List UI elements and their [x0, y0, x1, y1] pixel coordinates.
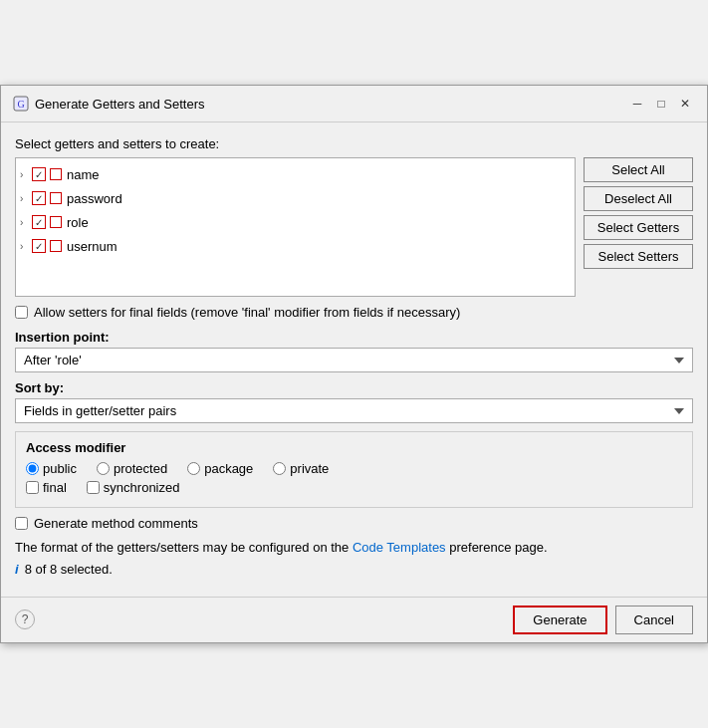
checkbox-name[interactable] — [32, 167, 46, 181]
check-row: final synchronized — [26, 480, 682, 495]
checkbox-usernum[interactable] — [32, 239, 46, 253]
check-final[interactable]: final — [26, 480, 67, 495]
field-icon-usernum — [50, 240, 62, 252]
checkbox-role[interactable] — [32, 215, 46, 229]
dialog-content: Select getters and setters to create: › … — [1, 122, 707, 596]
close-button[interactable]: ✕ — [675, 94, 695, 114]
check-final-input[interactable] — [26, 481, 39, 494]
sort-by-group: Sort by: Fields in getter/setter pairs F… — [15, 380, 693, 423]
dialog-title: Generate Getters and Setters — [35, 97, 205, 112]
title-bar-left: G Generate Getters and Setters — [13, 96, 205, 112]
radio-private[interactable]: private — [273, 461, 329, 476]
generate-comments-label: Generate method comments — [34, 516, 198, 531]
access-modifier-title: Access modifier — [26, 440, 682, 455]
info-line: The format of the getters/setters may be… — [15, 539, 693, 557]
field-name-role: role — [67, 215, 89, 230]
select-getters-button[interactable]: Select Getters — [584, 215, 693, 240]
help-button[interactable]: ? — [15, 609, 35, 629]
insertion-point-dropdown[interactable]: After 'role' First method Last method — [15, 348, 693, 372]
allow-setters-row: Allow setters for final fields (remove '… — [15, 305, 693, 320]
radio-public-label: public — [43, 461, 77, 476]
bottom-bar: ? Generate Cancel — [1, 597, 707, 642]
select-all-button[interactable]: Select All — [584, 157, 693, 182]
check-final-label: final — [43, 480, 67, 495]
radio-private-input[interactable] — [273, 462, 286, 475]
checkbox-password[interactable] — [32, 191, 46, 205]
field-icon-role — [50, 216, 62, 228]
fields-list-box: › name › password › role — [15, 157, 576, 297]
select-setters-button[interactable]: Select Setters — [584, 244, 693, 269]
field-name-password: password — [67, 191, 122, 206]
access-modifier-group: Access modifier public protected package… — [15, 431, 693, 508]
generate-comments-row: Generate method comments — [15, 516, 693, 531]
radio-package-input[interactable] — [187, 462, 200, 475]
bottom-right-buttons: Generate Cancel — [513, 606, 693, 634]
expand-arrow-password: › — [20, 193, 32, 204]
status-row: i 8 of 8 selected. — [15, 562, 693, 577]
field-row-password[interactable]: › password — [16, 186, 575, 210]
allow-setters-checkbox[interactable] — [15, 306, 28, 319]
field-row-role[interactable]: › role — [16, 210, 575, 234]
field-row-usernum[interactable]: › usernum — [16, 234, 575, 258]
title-bar-controls: ─ □ ✕ — [627, 94, 695, 114]
insertion-point-group: Insertion point: After 'role' First meth… — [15, 330, 693, 372]
field-row-name[interactable]: › name — [16, 162, 575, 186]
radio-protected-input[interactable] — [97, 462, 110, 475]
sort-by-dropdown[interactable]: Fields in getter/setter pairs Fields Met… — [15, 398, 693, 423]
minimize-button[interactable]: ─ — [627, 94, 647, 114]
field-icon-password — [50, 192, 62, 204]
field-name-name: name — [67, 167, 100, 182]
title-bar: G Generate Getters and Setters ─ □ ✕ — [1, 86, 707, 122]
radio-protected[interactable]: protected — [97, 461, 167, 476]
dialog-icon: G — [13, 96, 29, 112]
field-selection-area: › name › password › role — [15, 157, 693, 297]
check-synchronized-input[interactable] — [87, 481, 100, 494]
cancel-button[interactable]: Cancel — [615, 606, 693, 634]
radio-package-label: package — [204, 461, 253, 476]
field-name-usernum: usernum — [67, 239, 118, 254]
check-synchronized-label: synchronized — [104, 480, 180, 495]
side-buttons: Select All Deselect All Select Getters S… — [584, 157, 693, 297]
restore-button[interactable]: □ — [651, 94, 671, 114]
deselect-all-button[interactable]: Deselect All — [584, 186, 693, 211]
radio-public[interactable]: public — [26, 461, 77, 476]
status-text: 8 of 8 selected. — [25, 562, 113, 577]
info-prefix: The format of the getters/setters may be… — [15, 540, 353, 555]
field-icon-name — [50, 168, 62, 180]
info-icon: i — [15, 562, 19, 577]
allow-setters-label: Allow setters for final fields (remove '… — [34, 305, 460, 320]
insertion-point-label: Insertion point: — [15, 330, 693, 345]
generate-button[interactable]: Generate — [513, 606, 606, 634]
generate-comments-checkbox[interactable] — [15, 517, 28, 530]
radio-public-input[interactable] — [26, 462, 39, 475]
dialog-container: G Generate Getters and Setters ─ □ ✕ Sel… — [0, 85, 708, 642]
radio-private-label: private — [290, 461, 329, 476]
radio-package[interactable]: package — [187, 461, 253, 476]
expand-arrow-usernum: › — [20, 241, 32, 252]
sort-by-label: Sort by: — [15, 380, 693, 395]
radio-protected-label: protected — [114, 461, 167, 476]
expand-arrow-role: › — [20, 217, 32, 228]
check-synchronized[interactable]: synchronized — [87, 480, 180, 495]
code-templates-link[interactable]: Code Templates — [353, 540, 446, 555]
info-suffix: preference page. — [446, 540, 548, 555]
svg-text:G: G — [17, 99, 24, 110]
radio-row: public protected package private — [26, 461, 682, 476]
section-label: Select getters and setters to create: — [15, 136, 693, 151]
expand-arrow-name: › — [20, 169, 32, 180]
